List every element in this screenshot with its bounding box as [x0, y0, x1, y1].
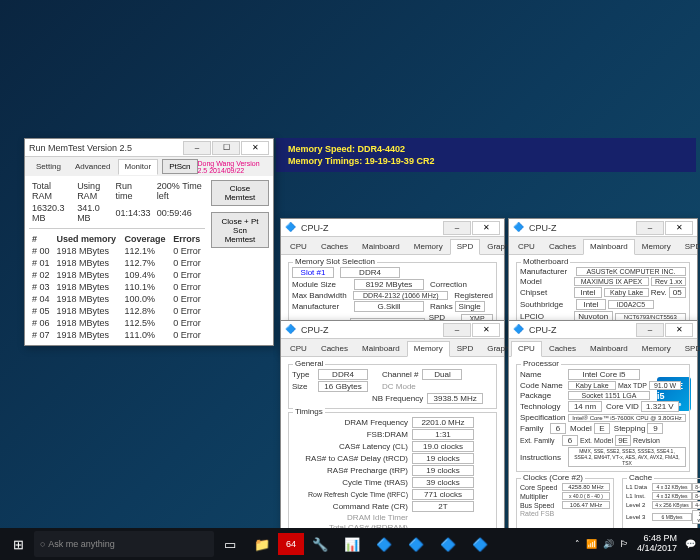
l-mult: Multiplier [520, 493, 562, 500]
l-l3: Level 3 [626, 514, 652, 520]
version-tag: Dong Wang Version 2.5 2014/09/22 [198, 160, 269, 174]
cpu-g3: Cache [627, 473, 654, 482]
tab-memory[interactable]: Memory [407, 239, 450, 254]
tray-icon[interactable]: 🔊 [601, 539, 616, 549]
tab-spd[interactable]: SPD [678, 341, 700, 356]
cell: 0 Error [170, 329, 205, 341]
ptscn-button[interactable]: PtScn [162, 159, 197, 174]
cell: 112.1% [121, 245, 170, 257]
close-button[interactable]: ✕ [472, 221, 500, 235]
tab-caches[interactable]: Caches [542, 341, 583, 356]
l-ranks: Ranks [430, 302, 453, 311]
close-button[interactable]: ✕ [241, 141, 269, 155]
close-ptscn-button[interactable]: Close + Pt Scn Memtest [211, 212, 269, 248]
slot-select[interactable]: Slot #1 [292, 267, 334, 278]
tab-caches[interactable]: Caches [542, 239, 583, 254]
cpuz-title: CPU-Z [301, 325, 443, 335]
cell: 100.0% [121, 293, 170, 305]
v-sb: Intel [576, 299, 606, 310]
cell: 109.4% [121, 269, 170, 281]
max-button[interactable]: ☐ [212, 141, 240, 155]
app-icon[interactable]: 🔧 [304, 530, 336, 558]
v-instr: MMX, SSE, SSE2, SSE3, SSSE3, SSE4.1, SSE… [568, 447, 686, 467]
table-row: # 041918 MBytes100.0%0 Error [29, 293, 205, 305]
tab-monitor[interactable]: Monitor [118, 159, 159, 175]
l-modsize: Module Size [292, 280, 354, 289]
tab-spd[interactable]: SPD [678, 239, 700, 254]
v-tdp: 91.0 W [649, 381, 681, 390]
cell: 1918 MBytes [53, 329, 121, 341]
tab-caches[interactable]: Caches [314, 239, 355, 254]
tab-spd[interactable]: SPD [450, 239, 480, 255]
min-button[interactable]: – [443, 323, 471, 337]
cell: 0 Error [170, 269, 205, 281]
tab-memory[interactable]: Memory [407, 341, 450, 357]
app-icon[interactable]: 🔷 [400, 530, 432, 558]
v-tech: 14 nm [568, 401, 602, 412]
v-pkg: Socket 1151 LGA [568, 391, 650, 400]
l-dcmode: DC Mode [382, 382, 416, 391]
close-button[interactable]: ✕ [665, 323, 693, 337]
tab-mainboard[interactable]: Mainboard [355, 239, 407, 254]
cell: 0 Error [170, 293, 205, 305]
tray-chevron-icon[interactable]: ˄ [573, 539, 582, 549]
v-mb-rev: Rev 1.xx [651, 277, 686, 286]
cell: 1918 MBytes [53, 293, 121, 305]
cell: 0 Error [170, 245, 205, 257]
tab-mainboard[interactable]: Mainboard [583, 341, 635, 356]
tab-cpu[interactable]: CPU [283, 341, 314, 356]
l-instr: Instructions [520, 453, 568, 462]
clock[interactable]: 6:48 PM 4/14/2017 [633, 534, 681, 554]
start-button[interactable]: ⊞ [2, 530, 34, 558]
app-icon[interactable]: 🔷 [464, 530, 496, 558]
min-button[interactable]: – [636, 323, 664, 337]
table-row: # 021918 MBytes109.4%0 Error [29, 269, 205, 281]
table-row: # 061918 MBytes112.5%0 Error [29, 317, 205, 329]
close-button[interactable]: ✕ [472, 323, 500, 337]
v-step: 9 [647, 423, 663, 434]
tab-advanced[interactable]: Advanced [68, 159, 118, 174]
app-icon[interactable]: 🔷 [368, 530, 400, 558]
cpuz-title: CPU-Z [301, 223, 443, 233]
tab-caches[interactable]: Caches [314, 341, 355, 356]
h-using: Using RAM [74, 180, 112, 202]
explorer-icon[interactable]: 📁 [246, 530, 278, 558]
app-icon[interactable]: 📊 [336, 530, 368, 558]
v-l22: 4-way [692, 501, 700, 509]
v-l3: 6 MBytes [652, 513, 692, 521]
v-cr: 2T [412, 501, 474, 512]
tab-cpu[interactable]: CPU [283, 239, 314, 254]
v-vid: 1.321 V [641, 401, 679, 412]
search-box[interactable]: ○ Ask me anything [34, 531, 214, 557]
tab-mainboard[interactable]: Mainboard [355, 341, 407, 356]
app-icon[interactable]: 64 [278, 533, 304, 555]
tab-memory[interactable]: Memory [635, 341, 678, 356]
l-trp: RAS# Precharge (tRP) [292, 466, 412, 475]
cell: 0 Error [170, 281, 205, 293]
min-button[interactable]: – [443, 221, 471, 235]
cell: 1918 MBytes [53, 305, 121, 317]
l-code: Code Name [520, 381, 568, 390]
spd-group-title: Memory Slot Selection [293, 257, 377, 266]
tab-setting[interactable]: Setting [29, 159, 68, 174]
close-memtest-button[interactable]: Close Memtest [211, 180, 269, 206]
tab-spd[interactable]: SPD [450, 341, 480, 356]
l-rev: Rev. [651, 288, 667, 297]
min-button[interactable]: – [636, 221, 664, 235]
tray-icon[interactable]: 🏳 [618, 539, 631, 549]
tab-memory[interactable]: Memory [635, 239, 678, 254]
table-row: # 001918 MBytes112.1%0 Error [29, 245, 205, 257]
task-view-icon[interactable]: ▭ [214, 530, 246, 558]
min-button[interactable]: – [183, 141, 211, 155]
tab-cpu[interactable]: CPU [511, 239, 542, 254]
tab-cpu[interactable]: CPU [511, 341, 542, 357]
close-button[interactable]: ✕ [665, 221, 693, 235]
l-cspd: Core Speed [520, 484, 562, 491]
notification-icon[interactable]: 💬 [683, 539, 698, 549]
search-placeholder: Ask me anything [48, 539, 115, 549]
app-icon[interactable]: 🔷 [432, 530, 464, 558]
v-spec: Intel® Core™ i5-7600K CPU @ 3.80GHz [568, 414, 686, 422]
cell: # 07 [29, 329, 53, 341]
tab-mainboard[interactable]: Mainboard [583, 239, 635, 255]
tray-icon[interactable]: 📶 [584, 539, 599, 549]
